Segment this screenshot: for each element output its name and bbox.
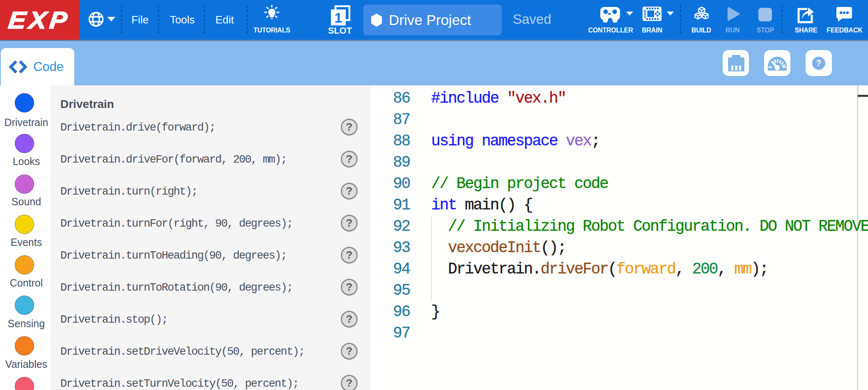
svg-text:?: ? [816, 58, 821, 68]
svg-text:1: 1 [335, 10, 342, 25]
